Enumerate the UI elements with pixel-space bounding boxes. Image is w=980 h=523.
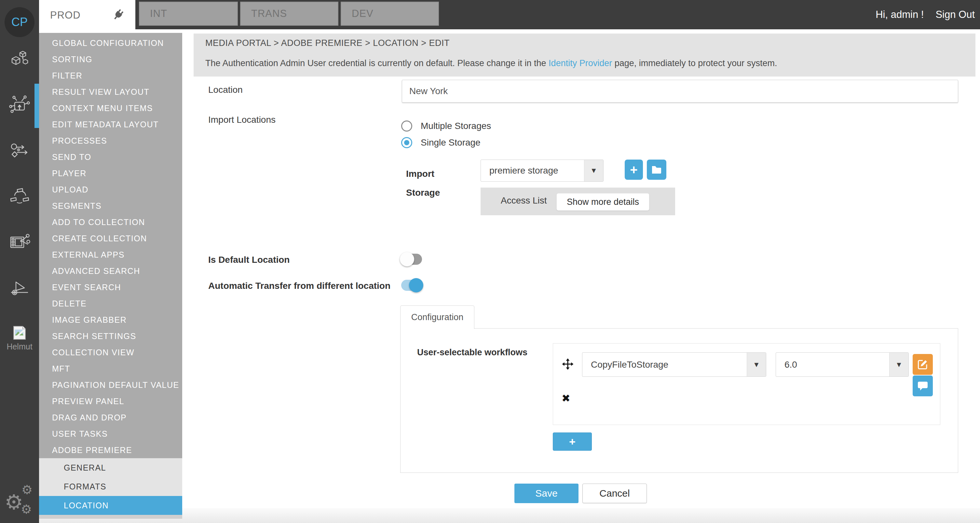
cancel-button[interactable]: Cancel xyxy=(582,483,647,503)
drag-handle-icon[interactable] xyxy=(562,358,574,372)
is-default-label: Is Default Location xyxy=(208,255,290,265)
sidebar-main-list: GLOBAL CONFIGURATIONSORTINGFILTERRESULT … xyxy=(39,33,182,458)
sidebar-item-player[interactable]: PLAYER xyxy=(39,165,182,182)
sidebar-item-mft[interactable]: MFT xyxy=(39,360,182,377)
sidebar-item-create-collection[interactable]: CREATE COLLECTION xyxy=(39,230,182,247)
sidebar-item-preview-panel[interactable]: PREVIEW PANEL xyxy=(39,393,182,409)
sidebar: GLOBAL CONFIGURATIONSORTINGFILTERRESULT … xyxy=(39,33,182,519)
tab-prod[interactable]: PROD xyxy=(39,0,135,30)
greeting-text: Hi, admin ! xyxy=(875,9,924,21)
configuration-panel: User-selectable workflows CopyFileToStor… xyxy=(400,328,958,473)
import-storage-label: Import Storage xyxy=(406,164,440,202)
broken-image-icon xyxy=(13,326,26,340)
radio-multiple-storages[interactable]: Multiple Storages xyxy=(401,121,491,132)
comment-workflow-button[interactable] xyxy=(913,375,933,396)
sidebar-item-advanced-search[interactable]: ADVANCED SEARCH xyxy=(39,263,182,279)
workflow-name-dropdown[interactable]: CopyFileToStorage ▼ xyxy=(582,352,766,377)
sidebar-item-drag-and-drop[interactable]: DRAG AND DROP xyxy=(39,409,182,426)
sidebar-item-search-settings[interactable]: SEARCH SETTINGS xyxy=(39,328,182,344)
browse-storage-button[interactable] xyxy=(647,159,667,180)
warning-message: The Authentication Admin User credential… xyxy=(205,58,777,69)
packages-icon[interactable] xyxy=(0,49,39,70)
sidebar-item-segments[interactable]: SEGMENTS xyxy=(39,198,182,214)
import-storage-dropdown[interactable]: premiere storage ▼ xyxy=(480,159,603,182)
plug-icon xyxy=(108,6,127,25)
workflow-version-dropdown[interactable]: 6.0 ▼ xyxy=(776,352,909,377)
add-storage-button[interactable]: + xyxy=(625,159,643,180)
breadcrumb: MEDIA PORTAL > ADOBE PREMIERE > LOCATION… xyxy=(205,38,450,48)
sidebar-item-sorting[interactable]: SORTING xyxy=(39,51,182,67)
sidebar-item-image-grabber[interactable]: IMAGE GRABBER xyxy=(39,312,182,328)
workflow-row-box: CopyFileToStorage ▼ 6.0 ▼ ✖ xyxy=(553,343,940,425)
tab-dev[interactable]: DEV xyxy=(340,2,439,26)
sidebar-item-global-configuration[interactable]: GLOBAL CONFIGURATION xyxy=(39,35,182,51)
workflows-label: User-selectable workflows xyxy=(417,348,527,357)
interactive-panel-icon[interactable] xyxy=(0,94,39,116)
auto-transfer-label: Automatic Transfer from different locati… xyxy=(208,281,390,291)
sidebar-item-edit-metadata-layout[interactable]: EDIT METADATA LAYOUT xyxy=(39,116,182,132)
avatar[interactable]: CP xyxy=(5,7,35,37)
save-button[interactable]: Save xyxy=(514,483,579,503)
sidebar-item-pagination-default-value[interactable]: PAGINATION DEFAULT VALUE xyxy=(39,377,182,393)
sidebar-item-user-tasks[interactable]: USER TASKS xyxy=(39,426,182,442)
add-workflow-button[interactable]: + xyxy=(553,432,592,451)
sidebar-item-filter[interactable]: FILTER xyxy=(39,67,182,84)
header-banner: MEDIA PORTAL > ADOBE PREMIERE > LOCATION… xyxy=(194,33,975,77)
sidebar-item-external-apps[interactable]: EXTERNAL APPS xyxy=(39,247,182,263)
chevron-down-icon: ▼ xyxy=(584,160,603,182)
sidebar-subitem-general[interactable]: GENERAL xyxy=(39,458,182,477)
auto-transfer-toggle[interactable] xyxy=(401,280,422,291)
access-list-panel: Access List Show more details xyxy=(480,188,675,215)
tab-configuration[interactable]: Configuration xyxy=(400,305,474,329)
chevron-down-icon: ▼ xyxy=(889,353,908,376)
location-label: Location xyxy=(208,85,243,95)
sidebar-sub-list: GENERALFORMATSLOCATION xyxy=(39,458,182,515)
player-icon[interactable] xyxy=(0,277,39,299)
identity-provider-link[interactable]: Identity Provider xyxy=(549,58,612,68)
speech-bubble-icon xyxy=(917,381,928,391)
icon-rail: Helmut ⚙ ⚙ ⚙ xyxy=(0,29,39,523)
delete-workflow-icon[interactable]: ✖ xyxy=(562,393,570,403)
radio-single-storage[interactable]: Single Storage xyxy=(401,137,480,148)
video-edit-icon[interactable] xyxy=(0,232,39,254)
access-list-label: Access List xyxy=(501,195,547,206)
sidebar-tail xyxy=(39,515,182,519)
edit-pencil-icon xyxy=(917,359,929,370)
sidebar-item-event-search[interactable]: EVENT SEARCH xyxy=(39,279,182,295)
sign-out-link[interactable]: Sign Out xyxy=(935,9,975,21)
radio-icon-unselected[interactable] xyxy=(401,121,412,132)
sidebar-item-add-to-collection[interactable]: ADD TO COLLECTION xyxy=(39,214,182,230)
folder-icon xyxy=(651,165,662,175)
collections-cycle-icon[interactable] xyxy=(0,186,39,207)
tab-int[interactable]: INT xyxy=(139,2,238,26)
edit-workflow-button[interactable] xyxy=(913,354,933,375)
radio-icon-selected[interactable] xyxy=(401,137,412,148)
sidebar-item-collection-view[interactable]: COLLECTION VIEW xyxy=(39,344,182,360)
sidebar-item-processes[interactable]: PROCESSES xyxy=(39,132,182,149)
workflow-icon[interactable] xyxy=(0,140,39,161)
sidebar-item-send-to[interactable]: SEND TO xyxy=(39,149,182,165)
helmut-logo[interactable]: Helmut xyxy=(0,326,39,351)
sidebar-item-context-menu-items[interactable]: CONTEXT MENU ITEMS xyxy=(39,100,182,116)
import-locations-label: Import Locations xyxy=(208,115,275,125)
sidebar-item-adobe-premiere[interactable]: ADOBE PREMIERE xyxy=(39,442,182,458)
active-rail-indicator xyxy=(35,84,39,128)
sidebar-subitem-location[interactable]: LOCATION xyxy=(39,496,182,515)
sidebar-item-upload[interactable]: UPLOAD xyxy=(39,182,182,198)
show-more-details-button[interactable]: Show more details xyxy=(556,193,649,211)
tab-trans[interactable]: TRANS xyxy=(240,2,338,26)
location-input[interactable] xyxy=(402,80,958,102)
chevron-down-icon: ▼ xyxy=(747,353,766,376)
sidebar-subitem-formats[interactable]: FORMATS xyxy=(39,477,182,496)
sidebar-item-delete[interactable]: DELETE xyxy=(39,295,182,312)
is-default-toggle[interactable] xyxy=(401,254,422,265)
sidebar-item-result-view-layout[interactable]: RESULT VIEW LAYOUT xyxy=(39,84,182,100)
